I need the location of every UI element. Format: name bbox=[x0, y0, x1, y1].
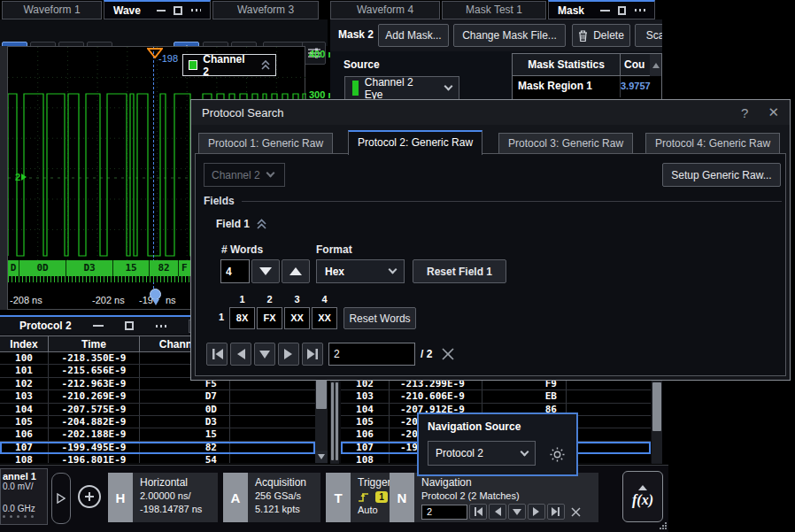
minimize-icon[interactable] bbox=[157, 10, 166, 12]
navigation-key-button[interactable]: N bbox=[390, 473, 414, 522]
nav-down-button[interactable] bbox=[508, 504, 526, 520]
dialog-tab-protocol-2[interactable]: Protocol 2: Generic Raw bbox=[348, 130, 482, 155]
table-row[interactable]: 104-207.575E-90D bbox=[0, 404, 315, 416]
setup-generic-raw-button[interactable]: Setup Generic Raw... bbox=[662, 163, 781, 187]
add-mask-button[interactable]: Add Mask... bbox=[378, 24, 449, 47]
scale-button[interactable]: Sca bbox=[635, 24, 662, 47]
table-cell bbox=[567, 454, 651, 463]
stats-scroll-up-button[interactable] bbox=[650, 54, 661, 76]
word-value-cell[interactable]: XX bbox=[284, 307, 310, 329]
navigation-source-popup: Navigation Source Protocol 2 bbox=[417, 412, 578, 476]
maximize-icon[interactable] bbox=[618, 6, 626, 15]
left-edge-strip bbox=[0, 46, 7, 310]
reset-words-button[interactable]: Reset Words bbox=[343, 307, 416, 329]
search-first-button[interactable] bbox=[206, 343, 228, 366]
bus-value: 15 bbox=[113, 260, 150, 276]
navigation-source-dropdown[interactable]: Protocol 2 bbox=[428, 441, 536, 466]
channel-legend[interactable]: Channel 2 bbox=[182, 54, 276, 76]
table-cell: 106 bbox=[0, 428, 49, 440]
stats-column-header[interactable]: Cou bbox=[621, 54, 650, 75]
acquisition-info-panel[interactable]: Acquisition 256 GSa/s 5.121 kpts bbox=[248, 473, 320, 522]
search-next-button[interactable] bbox=[278, 343, 299, 366]
change-mask-file-button[interactable]: Change Mask File... bbox=[453, 24, 566, 47]
collapse-chevrons-icon[interactable] bbox=[256, 219, 267, 229]
right-table-left-scrollbar[interactable] bbox=[330, 381, 339, 464]
tab-waveform-4[interactable]: Waveform 4 bbox=[330, 1, 440, 19]
tab-mask-active[interactable]: Mask bbox=[548, 0, 655, 19]
reset-field-button[interactable]: Reset Field 1 bbox=[413, 259, 506, 283]
words-increment-button[interactable] bbox=[282, 259, 310, 283]
word-value-cell[interactable]: FX bbox=[257, 307, 282, 329]
table-row[interactable]: 108-196.801E-954 bbox=[0, 454, 315, 463]
tab-waveform-1[interactable]: Waveform 1 bbox=[2, 1, 102, 19]
column-header[interactable]: Index bbox=[0, 336, 49, 351]
nav-cancel-button[interactable] bbox=[567, 504, 584, 520]
dialog-tab-protocol-4[interactable]: Protocol 4: Generic Raw bbox=[645, 133, 780, 154]
trigger-key-button[interactable]: T bbox=[326, 473, 351, 522]
tab-waveform-3[interactable]: Waveform 3 bbox=[212, 1, 319, 19]
maximize-icon[interactable] bbox=[174, 6, 181, 15]
collapse-chevrons-icon[interactable] bbox=[260, 60, 270, 70]
marker-line[interactable] bbox=[153, 47, 154, 289]
fx-math-button[interactable]: f(x) bbox=[622, 471, 663, 522]
menu-dots-icon[interactable] bbox=[190, 9, 201, 12]
menu-dots-icon[interactable] bbox=[634, 9, 645, 12]
last-arrow-icon bbox=[306, 348, 320, 360]
words-decrement-button[interactable] bbox=[251, 259, 280, 283]
close-x-icon bbox=[441, 347, 455, 361]
minimize-icon[interactable] bbox=[600, 10, 610, 12]
nav-first-button[interactable] bbox=[469, 504, 487, 520]
dialog-tab-protocol-3[interactable]: Protocol 3: Generic Raw bbox=[498, 133, 633, 154]
search-down-button[interactable] bbox=[254, 343, 275, 366]
help-button[interactable]: ? bbox=[741, 105, 748, 120]
delete-mask-button[interactable]: Delete bbox=[572, 24, 630, 47]
scroll-down-button[interactable] bbox=[315, 451, 328, 463]
column-header[interactable]: Time bbox=[49, 336, 140, 351]
tab-wave-active[interactable]: Wave bbox=[104, 0, 211, 19]
add-panel-button[interactable] bbox=[56, 485, 79, 508]
table-row[interactable]: 103-210.269E-9D7 bbox=[0, 390, 315, 403]
search-last-button[interactable] bbox=[302, 343, 323, 366]
nav-next-button[interactable] bbox=[528, 504, 545, 520]
word-value-cell[interactable]: XX bbox=[312, 307, 337, 329]
navigation-info-panel[interactable]: Navigation Protocol 2 (2 Matches) bbox=[414, 473, 598, 522]
words-count-input[interactable] bbox=[220, 259, 250, 283]
source-dropdown[interactable]: Channel 2 Eye bbox=[344, 76, 459, 100]
resize-grip-icon[interactable] bbox=[659, 521, 668, 530]
minimize-icon[interactable] bbox=[93, 325, 104, 327]
horizontal-key-button[interactable]: H bbox=[108, 473, 133, 522]
right-table-scrollbar[interactable] bbox=[652, 381, 662, 464]
close-button[interactable]: ✕ bbox=[768, 104, 779, 120]
dialog-titlebar[interactable]: Protocol Search ? ✕ bbox=[191, 100, 790, 125]
table-row[interactable]: 106-202.188E-915 bbox=[0, 428, 315, 441]
format-dropdown[interactable]: Hex bbox=[316, 259, 405, 283]
add-button[interactable] bbox=[78, 485, 101, 508]
channel-ground-marker[interactable]: 2 bbox=[15, 172, 27, 182]
table-cell: D7 bbox=[140, 390, 230, 402]
acquisition-key-button[interactable]: A bbox=[223, 473, 248, 522]
search-prev-button[interactable] bbox=[230, 343, 251, 366]
search-match-input[interactable] bbox=[328, 343, 415, 366]
navigation-settings-button[interactable] bbox=[543, 443, 571, 466]
channel-1-badge[interactable]: annel 1 0.0 mV/ 0.0 GHz bbox=[0, 468, 48, 525]
nav-prev-button[interactable] bbox=[489, 504, 506, 520]
word-value-cell[interactable]: 8X bbox=[229, 307, 255, 329]
search-cancel-button[interactable] bbox=[436, 343, 459, 366]
table-row[interactable]: 105-204.882E-9D3 bbox=[0, 416, 315, 428]
fields-separator bbox=[242, 201, 782, 202]
nav-last-button[interactable] bbox=[547, 504, 565, 520]
table-row[interactable]: 107-199.495E-982 bbox=[0, 442, 315, 454]
stats-column-header[interactable]: Mask Statistics bbox=[513, 54, 621, 75]
maximize-icon[interactable] bbox=[125, 321, 134, 330]
menu-dots-icon[interactable] bbox=[155, 325, 167, 328]
dialog-tab-protocol-1[interactable]: Protocol 1: Generic Raw bbox=[198, 133, 333, 154]
tab-mask-test-1[interactable]: Mask Test 1 bbox=[442, 1, 546, 19]
word-column-header: 2 bbox=[257, 294, 282, 305]
mask-toolbar: Mask 2 Add Mask... Change Mask File... D… bbox=[330, 19, 662, 51]
table-row[interactable]: 103-210.606E-9EB bbox=[341, 390, 651, 403]
horizontal-info-panel[interactable]: Horizontal 2.00000 ns/ -198.14787 ns bbox=[133, 473, 218, 522]
table-cell bbox=[230, 416, 315, 428]
channel-dots bbox=[3, 515, 47, 518]
table-cell bbox=[230, 404, 315, 415]
navigation-match-input[interactable] bbox=[421, 505, 467, 520]
